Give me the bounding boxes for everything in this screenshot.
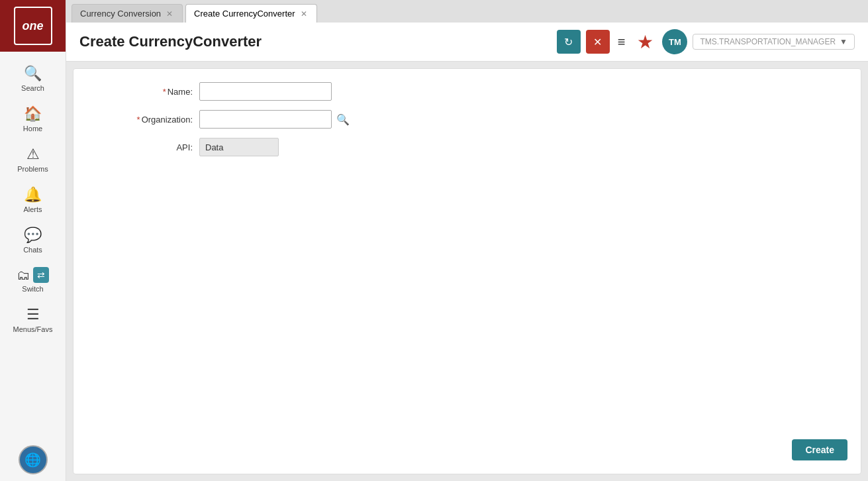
sidebar-item-chats[interactable]: 💬 Chats [0,220,66,260]
close-icon: ✕ [593,36,602,48]
tab-close-create-currency-converter[interactable]: ✕ [299,9,309,19]
tab-bar: Currency Conversion ✕ Create CurrencyCon… [66,0,868,23]
menu-icon: ≡ [618,34,626,49]
main-area: Currency Conversion ✕ Create CurrencyCon… [66,0,868,481]
org-required-star: * [137,115,140,125]
header-actions: ↻ ✕ ≡ ★ TM TMS.TRANSPORTATION_MANAGER ▼ [557,29,855,54]
organization-input[interactable] [199,110,332,129]
page-title: Create CurrencyConverter [79,33,557,50]
tab-create-currency-converter[interactable]: Create CurrencyConverter ✕ [185,4,316,23]
user-avatar-icon: 🌐 [24,452,41,468]
sidebar-item-home[interactable]: 🏠 Home [0,99,66,139]
star-icon: ★ [637,31,653,53]
menus-icon: ☰ [26,306,40,323]
refresh-button[interactable]: ↻ [557,30,581,54]
problems-icon: ⚠ [26,146,40,163]
sidebar-bottom: 🌐 [19,439,48,481]
sidebar: one 🔍 Search 🏠 Home ⚠ Problems 🔔 Alerts … [0,0,66,481]
home-icon: 🏠 [24,105,42,123]
api-label: API: [87,142,193,152]
sidebar-label-home: Home [23,125,42,133]
star-badge[interactable]: ★ [633,30,657,54]
tab-label-create-currency-converter: Create CurrencyConverter [194,9,295,19]
user-avatar[interactable]: 🌐 [19,445,48,474]
form-row-api: API: Data [87,138,847,156]
sidebar-item-search[interactable]: 🔍 Search [0,58,66,99]
name-label: *Name: [87,87,193,97]
tab-currency-conversion[interactable]: Currency Conversion ✕ [72,4,183,23]
sidebar-item-switch[interactable]: 🗂 ⇄ Switch [0,260,66,299]
user-role-label: TMS.TRANSPORTATION_MANAGER [700,37,836,46]
form-content: *Name: *Organization: 🔍 API: Data Create [73,68,861,474]
page-header: Create CurrencyConverter ↻ ✕ ≡ ★ TM TMS.… [66,23,868,62]
tab-close-currency-conversion[interactable]: ✕ [165,9,174,19]
sidebar-label-search: Search [21,84,44,92]
refresh-icon: ↻ [564,36,573,48]
dropdown-arrow-icon: ▼ [840,37,847,46]
sidebar-label-chats: Chats [23,246,42,254]
form-row-organization: *Organization: 🔍 [87,110,847,129]
sidebar-label-switch: Switch [22,285,43,293]
name-required-star: * [163,87,166,97]
api-value: Data [199,138,279,156]
menu-button[interactable]: ≡ [615,32,628,52]
user-dropdown[interactable]: TMS.TRANSPORTATION_MANAGER ▼ [693,34,855,50]
alerts-icon: 🔔 [24,186,42,203]
close-button[interactable]: ✕ [586,30,610,54]
organization-label: *Organization: [87,115,193,125]
sidebar-label-menus: Menus/Favs [13,325,53,333]
switch-drawer-icon: 🗂 [17,268,30,283]
sidebar-item-problems[interactable]: ⚠ Problems [0,139,66,180]
name-input[interactable] [199,82,332,101]
tm-avatar: TM [662,29,687,54]
logo-area: one [0,0,66,52]
sidebar-item-menus[interactable]: ☰ Menus/Favs [0,299,66,340]
sidebar-label-problems: Problems [17,165,48,173]
form-row-name: *Name: [87,82,847,101]
create-button[interactable]: Create [792,439,847,460]
app-logo[interactable]: one [14,7,52,45]
organization-search-button[interactable]: 🔍 [334,111,352,128]
switch-arrows-icon: ⇄ [33,267,49,283]
tab-label-currency-conversion: Currency Conversion [80,9,161,19]
sidebar-item-alerts[interactable]: 🔔 Alerts [0,180,66,220]
chats-icon: 💬 [24,227,42,244]
search-icon: 🔍 [24,65,42,82]
organization-search-icon: 🔍 [336,113,350,126]
sidebar-label-alerts: Alerts [23,205,42,213]
